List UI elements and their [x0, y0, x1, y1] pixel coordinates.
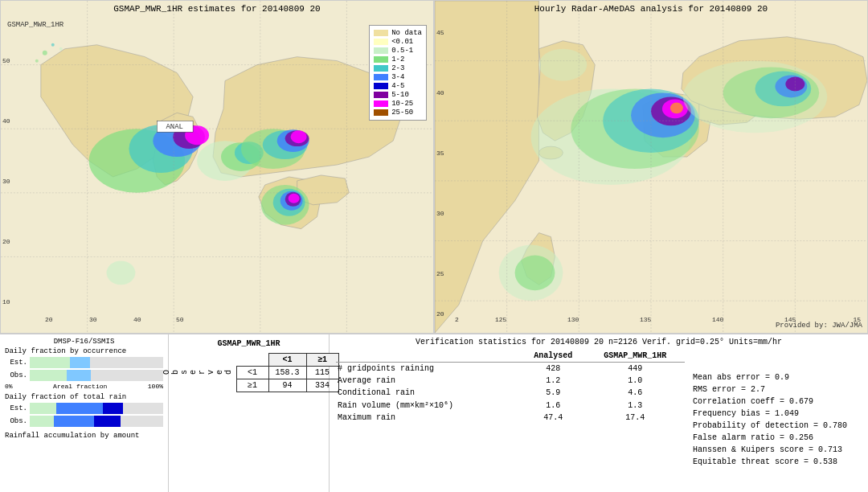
svg-point-44 [670, 102, 683, 113]
obs-bar-rain: Obs. [5, 416, 163, 427]
stat-false-alarm: False alarm ratio = 0.256 [693, 433, 862, 442]
verif-row-4: Maximum rain 47.4 17.4 [336, 412, 685, 424]
legend-color-25-50 [374, 109, 388, 116]
verif-gsmap-3: 1.3 [585, 399, 685, 412]
stat-rms-error: RMS error = 2.7 [693, 385, 862, 394]
col-lt1-header: <1 [268, 354, 306, 367]
est-bar-container-occ [30, 357, 163, 368]
table-header-row: <1 ≥1 [236, 354, 338, 367]
legend-item-nodata: No data [374, 29, 422, 37]
legend-color-2-3 [374, 65, 388, 72]
chart3-label: Rainfall accumulation by amount [5, 432, 163, 440]
val-ge1-lt1: 94 [268, 379, 306, 392]
verif-analysed-3: 1.6 [521, 399, 585, 412]
obs-side-label: Observed [159, 367, 236, 378]
legend-color-05-1 [374, 47, 388, 54]
obs-label-rain: Obs. [5, 417, 27, 425]
legend-label-5-10: 5-10 [391, 91, 409, 99]
gsmap-corner-label: GSMAP_MWR_1HR [7, 21, 63, 29]
svg-point-14 [291, 130, 307, 143]
row-ge1-label: ≥1 [236, 379, 268, 392]
legend-color-10-25 [374, 100, 388, 107]
stat-mean-abs-error: Mean abs error = 0.9 [693, 373, 862, 382]
right-bottom-20: 2 [455, 316, 459, 323]
verif-title: Verification statistics for 20140809 20 … [336, 338, 862, 346]
verif-stats-right: Mean abs error = 0.9 RMS error = 2.7 Cor… [685, 350, 862, 489]
est-bar-fill-blue-occ [70, 357, 90, 368]
val-lt1-lt1: 158.3 [268, 367, 306, 379]
legend-label-05-1: 0.5-1 [391, 47, 413, 55]
legend-label-25-50: 25-50 [391, 109, 413, 117]
verif-header-row: Analysed GSMAP_MWR_1HR [336, 350, 685, 363]
verif-row-0: # gridpoints raining 428 449 [336, 363, 685, 375]
right-tick-35: 35 [436, 150, 444, 157]
legend-item-1-2: 1-2 [374, 55, 422, 64]
stat-corr-coeff: Correlation coeff = 0.679 [693, 397, 862, 406]
left-map-panel: GSMAP_MWR_1HR estimates for 20140809 20 [0, 0, 434, 334]
obs-bar-container-occ [30, 370, 163, 381]
est-bar-rain: Est. [5, 403, 163, 414]
chart2-label: Daily fraction of total rain [5, 393, 163, 401]
bottom-tick-30: 30 [89, 316, 97, 323]
left-tick-20: 20 [2, 238, 10, 245]
stat-pod: Probability of detection = 0.780 [693, 421, 862, 430]
verif-analysed-4: 47.4 [521, 412, 585, 424]
legend-label-1-2: 1-2 [391, 55, 404, 64]
verif-row-3: Rain volume (mm×km²×10⁶) 1.6 1.3 [336, 399, 685, 412]
right-map-svg [435, 1, 867, 333]
verif-row-2: Conditional rain 5.9 4.6 [336, 387, 685, 399]
svg-point-21 [51, 43, 55, 47]
left-tick-50: 50 [2, 57, 10, 64]
legend-item-25-50: 25-50 [374, 109, 422, 117]
legend-item-lt001: <0.01 [374, 38, 422, 46]
dmsp-title: DMSP-F16/SSMIS [5, 338, 163, 346]
svg-point-24 [107, 260, 136, 285]
obs-bar-fill-green-occ [30, 370, 67, 381]
verif-col-gsmap: GSMAP_MWR_1HR [585, 350, 685, 363]
legend-color-5-10 [374, 92, 388, 98]
legend-color-1-2 [374, 56, 388, 63]
svg-text:ANAL: ANAL [166, 123, 183, 131]
verif-table: Analysed GSMAP_MWR_1HR # gridpoints rain… [336, 350, 685, 424]
right-bottom-135: 135 [640, 316, 651, 323]
obs-bar-occ: Obs. [5, 370, 163, 381]
obs-bar-fill-darkblue-rain [94, 416, 121, 427]
table-row-ge1: ≥1 94 334 [236, 379, 338, 392]
bottom-row: DMSP-F16/SSMIS Daily fraction by occurre… [0, 334, 868, 492]
legend-label-nodata: No data [391, 29, 422, 37]
verif-row-label-2: Conditional rain [336, 387, 521, 399]
right-map-title: Hourly Radar-AMeDAS analysis for 2014080… [435, 4, 867, 14]
legend-color-4-5 [374, 83, 388, 89]
verif-col-empty [336, 350, 521, 363]
precipitation-legend: No data <0.01 0.5-1 1-2 [369, 25, 427, 121]
stat-hanssen-kuipers: Hanssen & Kuipers score = 0.713 [693, 445, 862, 454]
right-bottom-125: 125 [495, 316, 506, 323]
est-bar-fill-green-occ [30, 357, 70, 368]
row-lt1-label: <1 [236, 367, 268, 379]
left-tick-40: 40 [2, 117, 10, 125]
verif-row-label-4: Maximum rain [336, 412, 521, 424]
legend-item-3-4: 3-4 [374, 73, 422, 81]
legend-item-05-1: 0.5-1 [374, 47, 422, 55]
bottom-tick-20: 20 [45, 316, 53, 323]
legend-color-nodata [374, 30, 388, 36]
verif-col-analysed: Analysed [521, 350, 585, 363]
bottom-tick-50: 50 [176, 316, 184, 323]
right-map-panel: Hourly Radar-AMeDAS analysis for 2014080… [434, 0, 868, 334]
svg-point-51 [515, 255, 555, 290]
obs-bar-fill-blue-occ [67, 370, 91, 381]
table-wrapper: Observed <1 ≥1 <1 158.3 115 ≥1 94 [159, 353, 339, 392]
est-bar-fill-blue-rain [56, 403, 103, 414]
axis-0-occ: 0% [5, 383, 13, 390]
chart-total-rain: Daily fraction of total rain Est. Obs. [5, 393, 163, 428]
obs-bar-fill-blue-rain [54, 416, 94, 427]
legend-label-4-5: 4-5 [391, 82, 404, 90]
dmsp-section: DMSP-F16/SSMIS Daily fraction by occurre… [0, 334, 169, 492]
left-map-bg: ANAL 50 40 30 20 10 20 30 40 50 GSMAP_MW… [1, 1, 433, 333]
obs-bar-container-rain [30, 416, 163, 427]
est-bar-fill-darkblue-rain [103, 403, 123, 414]
legend-color-lt001 [374, 39, 388, 45]
right-bottom-140: 140 [712, 316, 723, 323]
verif-row-label-1: Average rain [336, 375, 521, 387]
axis-label-occ: Areal fraction [53, 383, 107, 390]
